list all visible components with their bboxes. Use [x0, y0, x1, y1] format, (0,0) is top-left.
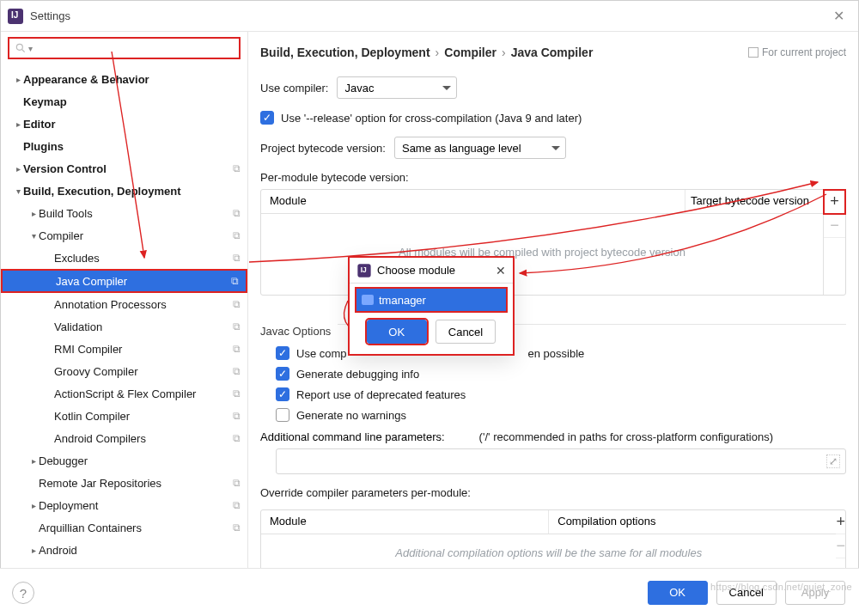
project-bytecode-dropdown[interactable]: Same as language level — [394, 137, 566, 159]
tree-item-java-compiler[interactable]: Java Compiler⧉ — [1, 269, 247, 293]
tree-item-build-tools[interactable]: ▸Build Tools⧉ — [1, 202, 247, 224]
use-compiler-dropdown[interactable]: Javac — [337, 76, 457, 99]
search-dropdown-icon[interactable]: ▾ — [28, 44, 33, 53]
chevron-icon: ▸ — [28, 209, 39, 218]
help-button[interactable]: ? — [12, 582, 34, 604]
override-table: Module Compilation options Additional co… — [260, 509, 846, 576]
javac-title: Javac Options — [260, 325, 331, 338]
tree-item-debugger[interactable]: ▸Debugger — [1, 449, 247, 472]
tree-item-label: Debugger — [39, 454, 241, 467]
tree-item-label: Kotlin Compiler — [54, 410, 233, 423]
svg-line-1 — [22, 50, 25, 52]
tree-item-version-control[interactable]: ▸Version Control⧉ — [1, 157, 247, 180]
chevron-icon: ▸ — [13, 75, 23, 84]
sidebar: ▾ ▸Appearance & BehaviorKeymap▸EditorPlu… — [1, 32, 248, 615]
tree-item-android[interactable]: ▸Android — [1, 539, 247, 561]
copy-icon: ⧉ — [233, 298, 241, 310]
override-label: Override compiler parameters per-module: — [260, 486, 846, 499]
tree-item-rmi-compiler[interactable]: RMI Compiler⧉ — [1, 338, 247, 360]
release-option-checkbox[interactable]: Use '--release' option for cross-compila… — [260, 111, 582, 125]
breadcrumb-b[interactable]: Compiler — [444, 46, 497, 59]
tree-item-label: Editor — [23, 118, 241, 131]
popup-close-icon[interactable]: ✕ — [496, 264, 506, 278]
search-input[interactable]: ▾ — [8, 37, 241, 59]
override-add-button[interactable]: + — [836, 510, 845, 534]
override-remove-button[interactable]: − — [836, 534, 845, 558]
tree-item-annotation-processors[interactable]: Annotation Processors⧉ — [1, 293, 247, 315]
tree-item-label: Groovy Compiler — [54, 365, 233, 378]
tree-item-excludes[interactable]: Excludes⧉ — [1, 247, 247, 269]
breadcrumb-row: Build, Execution, Deployment›Compiler›Ja… — [260, 40, 846, 64]
tree-item-compiler[interactable]: ▾Compiler⧉ — [1, 224, 247, 247]
checkbox-icon — [276, 346, 289, 360]
popup-ok-button[interactable]: OK — [367, 320, 427, 344]
override-col-module[interactable]: Module — [261, 510, 549, 534]
folder-icon — [362, 295, 374, 305]
tree-item-label: Android Compilers — [54, 432, 233, 445]
javac-opt4-checkbox[interactable]: Generate no warnings — [276, 408, 406, 422]
copy-icon — [748, 47, 758, 58]
tree-item-groovy-compiler[interactable]: Groovy Compiler⧉ — [1, 360, 247, 382]
choose-module-popup: IJ Choose module ✕ tmanager OK Cancel — [349, 257, 514, 355]
tree-item-android-compilers[interactable]: Android Compilers⧉ — [1, 427, 247, 449]
tree-item-keymap[interactable]: Keymap — [1, 90, 247, 113]
tree-item-label: Android — [39, 544, 241, 557]
tree-item-validation[interactable]: Validation⧉ — [1, 315, 247, 338]
tree-item-label: Keymap — [23, 95, 241, 108]
tree-item-label: Deployment — [39, 499, 233, 512]
project-bytecode-label: Project bytecode version: — [260, 142, 386, 155]
params-label: Additional command line parameters: — [260, 430, 445, 443]
ok-button[interactable]: OK — [648, 581, 708, 605]
copy-icon: ⧉ — [233, 229, 241, 241]
col-module[interactable]: Module — [261, 190, 685, 213]
javac-opt1-label-part2: en possible — [528, 347, 585, 360]
tree-item-label: Plugins — [23, 140, 241, 153]
copy-icon: ⧉ — [233, 343, 241, 355]
col-target[interactable]: Target bytecode version — [685, 190, 823, 213]
params-hint: ('/' recommended in paths for cross-plat… — [479, 430, 773, 443]
tree-item-label: Annotation Processors — [54, 298, 233, 311]
settings-tree[interactable]: ▸Appearance & BehaviorKeymap▸EditorPlugi… — [1, 64, 247, 615]
tree-item-label: RMI Compiler — [54, 343, 233, 356]
tree-item-kotlin-compiler[interactable]: Kotlin Compiler⧉ — [1, 405, 247, 427]
main-panel: Build, Execution, Deployment›Compiler›Ja… — [248, 32, 858, 615]
override-col-options[interactable]: Compilation options — [549, 510, 836, 534]
tree-item-label: Validation — [54, 320, 233, 333]
breadcrumb-c: Java Compiler — [511, 46, 594, 59]
tree-item-label: ActionScript & Flex Compiler — [54, 387, 233, 400]
javac-opt4-label: Generate no warnings — [296, 409, 406, 422]
popup-cancel-button[interactable]: Cancel — [436, 320, 496, 344]
use-compiler-row: Use compiler: Javac — [260, 76, 846, 99]
tree-item-editor[interactable]: ▸Editor — [1, 113, 247, 135]
copy-icon: ⧉ — [233, 432, 241, 444]
tree-item-appearance-behavior[interactable]: ▸Appearance & Behavior — [1, 68, 247, 90]
params-input[interactable]: ⤢ — [276, 448, 846, 474]
module-item-tmanager[interactable]: tmanager — [356, 289, 506, 311]
copy-icon: ⧉ — [233, 162, 241, 174]
tree-item-deployment[interactable]: ▸Deployment⧉ — [1, 494, 247, 516]
popup-title: Choose module — [377, 264, 496, 277]
tree-item-label: Build Tools — [39, 207, 233, 220]
tree-item-plugins[interactable]: Plugins — [1, 135, 247, 157]
use-compiler-value: Javac — [344, 82, 374, 95]
copy-icon: ⧉ — [231, 275, 239, 287]
checkbox-icon — [276, 367, 289, 381]
search-icon — [15, 42, 27, 54]
add-module-button[interactable]: + — [824, 190, 845, 214]
checkbox-icon — [276, 408, 289, 422]
expand-icon[interactable]: ⤢ — [826, 454, 840, 468]
tree-item-build-execution-deployment[interactable]: ▾Build, Execution, Deployment — [1, 180, 247, 202]
project-bytecode-row: Project bytecode version: Same as langua… — [260, 137, 846, 159]
tree-item-actionscript-flex-compiler[interactable]: ActionScript & Flex Compiler⧉ — [1, 382, 247, 405]
javac-opt3-checkbox[interactable]: Report use of deprecated features — [276, 387, 466, 401]
for-current-project: For current project — [748, 46, 846, 58]
popup-header: IJ Choose module ✕ — [350, 258, 513, 284]
javac-opt2-checkbox[interactable]: Generate debugging info — [276, 367, 419, 381]
copy-icon: ⧉ — [233, 521, 241, 534]
javac-opt1-label-part1: Use comp — [296, 347, 347, 360]
breadcrumb-a[interactable]: Build, Execution, Deployment — [260, 46, 430, 59]
close-icon[interactable]: ✕ — [826, 4, 851, 27]
tree-item-remote-jar-repositories[interactable]: Remote Jar Repositories⧉ — [1, 472, 247, 494]
remove-module-button[interactable]: − — [824, 214, 845, 238]
tree-item-arquillian-containers[interactable]: Arquillian Containers⧉ — [1, 516, 247, 539]
